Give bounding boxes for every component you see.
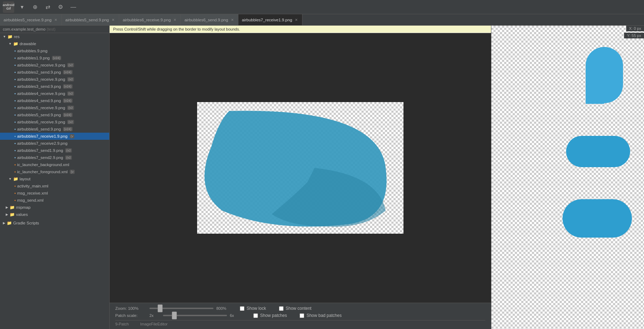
list-item[interactable]: ▪ activity_main.xml xyxy=(0,182,109,190)
tree-folder-res[interactable]: ▼ 📁 res xyxy=(0,33,109,40)
list-item[interactable]: ▪ airbubbles3_receive.9.png (v2 xyxy=(0,76,109,83)
file-icon: ▪ xyxy=(14,155,16,160)
hint-bar: Press Control/Shift while dragging on th… xyxy=(110,26,491,33)
tab-airbubbles6-receive[interactable]: airbubbles6_receive.9.png × xyxy=(119,14,181,25)
show-content-checkbox[interactable] xyxy=(279,306,284,311)
patch-scale-min-label: 2x xyxy=(149,313,160,318)
list-item[interactable]: ▪ airbubbles5_receive.9.png (v2 xyxy=(0,104,109,111)
file-label: airbubbles5_send.9.png xyxy=(17,113,61,117)
tab-close-icon[interactable]: × xyxy=(230,17,234,22)
list-item[interactable]: ▪ airbubbles7_receive2.9.png xyxy=(0,140,109,147)
dropdown-button[interactable]: ▾ xyxy=(17,2,27,12)
version-badge: (v24) xyxy=(63,84,73,89)
file-icon: ▪ xyxy=(14,148,16,153)
version-badge: (v24) xyxy=(52,56,62,60)
zoom-label: Zoom: 100% xyxy=(115,306,144,311)
patch-scale-max-label: 6x xyxy=(230,313,241,318)
version-badge: (v2 xyxy=(67,77,74,81)
folder-icon: 📁 xyxy=(7,34,12,39)
tab-label: airbubbles7_receive1.9.png xyxy=(242,18,292,22)
file-icon: ▪ xyxy=(14,98,16,103)
version-badge: (v24) xyxy=(63,70,73,74)
list-item[interactable]: ▪ airbubbles1.9.png (v24) xyxy=(0,54,109,62)
minimize-button[interactable]: — xyxy=(68,2,78,12)
tab-airbubbles6-send[interactable]: airbubbles6_send.9.png × xyxy=(181,14,238,25)
list-item[interactable]: ▪ airbubbles5_send.9.png (v24) xyxy=(0,111,109,118)
show-bad-patches-checkbox[interactable] xyxy=(300,313,304,318)
version-badge: (v2 xyxy=(65,155,72,160)
patch-scale-slider[interactable] xyxy=(163,315,227,316)
show-patches-label[interactable]: Show patches xyxy=(260,313,287,318)
list-item[interactable]: ▪ airbubbles2_send.9.png (v24) xyxy=(0,69,109,76)
expand-icon: ▶ xyxy=(6,213,8,216)
file-icon: ▪ xyxy=(14,63,16,68)
folder-icon: 📁 xyxy=(13,176,18,181)
file-label: airbubbles6_receive.9.png xyxy=(17,120,65,124)
tab-close-icon[interactable]: × xyxy=(111,17,115,22)
show-content-label[interactable]: Show content xyxy=(286,306,312,311)
file-label: activity_main.xml xyxy=(17,184,48,188)
file-icon: ▪ xyxy=(14,48,16,53)
list-item[interactable]: ▪ msg_send.xml xyxy=(0,197,109,204)
canvas-container[interactable] xyxy=(110,33,491,303)
top-bar: android Gif ▾ ⊕ ⇄ ⚙ — xyxy=(0,0,644,14)
tree-folder-mipmap[interactable]: ▶ 📁 mipmap xyxy=(0,204,109,211)
show-lock-checkbox[interactable] xyxy=(240,306,244,311)
main-area: com.example.test_demo (test) ▼ 📁 res ▼ 📁… xyxy=(0,26,644,329)
patch-scale-label: Patch scale: xyxy=(115,313,144,318)
tab-airbubbles7-receive1[interactable]: airbubbles7_receive1.9.png × xyxy=(238,14,302,25)
show-patches-checkbox[interactable] xyxy=(253,313,258,318)
list-item[interactable]: ▪ msg_receive.xml xyxy=(0,190,109,197)
show-lock-label[interactable]: Show lock xyxy=(247,306,266,311)
tab-close-icon[interactable]: × xyxy=(294,17,299,22)
tree-folder-drawable[interactable]: ▼ 📁 drawable xyxy=(0,40,109,47)
navigate-button[interactable]: ⊕ xyxy=(30,2,40,12)
list-item[interactable]: ▪ airbubbles4_send.9.png (v24) xyxy=(0,97,109,104)
file-label: airbubbles5_receive.9.png xyxy=(17,106,65,110)
file-label: ic_launcher_foreground.xml xyxy=(17,170,68,174)
svg-rect-1 xyxy=(586,79,604,104)
tab-close-icon[interactable]: × xyxy=(173,17,177,22)
settings-button[interactable]: ⚙ xyxy=(56,2,65,12)
swap-button[interactable]: ⇄ xyxy=(43,2,53,12)
file-icon: ▪ xyxy=(14,91,16,96)
package-label: com.example.test_demo (test) xyxy=(0,26,109,33)
list-item[interactable]: ▪ airbubbles7_send2.9.png (v2 xyxy=(0,154,109,161)
list-item[interactable]: ▪ airbubbles6_send.9.png (v24) xyxy=(0,126,109,133)
version-badge: (v xyxy=(70,134,75,138)
tab-airbubbles5-receive[interactable]: airbubbles5_receive.9.png × xyxy=(0,14,62,25)
tab-close-icon[interactable]: × xyxy=(54,17,58,22)
list-item[interactable]: ▪ ic_launcher_foreground.xml (v xyxy=(0,168,109,175)
tree-folder-layout[interactable]: ▼ 📁 layout xyxy=(0,175,109,182)
tree-folder-values[interactable]: ▶ 📁 values xyxy=(0,211,109,218)
folder-label: drawable xyxy=(20,42,36,46)
editor-type-label: ImageFileEditor xyxy=(140,322,168,326)
bottom-labels: 9-Patch ImageFileEditor xyxy=(115,320,485,326)
list-item[interactable]: ▪ airbubbles6_receive.9.png (v2 xyxy=(0,118,109,126)
file-label: airbubbles.9.png xyxy=(17,49,47,53)
file-label: airbubbles7_receive2.9.png xyxy=(17,141,67,145)
list-item[interactable]: ▪ airbubbles4_receive.9.png (v2 xyxy=(0,90,109,97)
zoom-slider[interactable] xyxy=(149,308,213,309)
expand-icon: ▼ xyxy=(9,42,12,46)
file-icon: ▪ xyxy=(14,141,16,146)
list-item[interactable]: ▪ airbubbles7_send1.9.png (v2 xyxy=(0,147,109,154)
list-item[interactable]: ▪ airbubbles2_receive.9.png (v2 xyxy=(0,62,109,69)
file-label: msg_receive.xml xyxy=(17,191,48,195)
file-label: msg_send.xml xyxy=(17,198,43,202)
xml-icon: ▪ xyxy=(14,191,16,196)
list-item[interactable]: ▪ airbubbles.9.png xyxy=(0,47,109,54)
tree-folder-gradle[interactable]: ▶ 📁 Gradle Scripts xyxy=(0,219,109,227)
file-label: ic_launcher_background.xml xyxy=(17,163,69,167)
list-item-active[interactable]: ▪ airbubbles7_receive1.9.png (v xyxy=(0,133,109,140)
file-icon: ▪ xyxy=(14,84,16,89)
list-item[interactable]: ▪ ic_launcher_background.xml xyxy=(0,161,109,168)
file-icon: ▪ xyxy=(14,120,16,124)
version-badge: (v2 xyxy=(67,91,74,96)
tab-airbubbles5-send[interactable]: airbubbles5_send.9.png × xyxy=(62,14,119,25)
folder-label: values xyxy=(16,212,28,217)
version-badge: (v24) xyxy=(63,127,73,131)
zoom-slider-container: 800% xyxy=(149,306,227,311)
list-item[interactable]: ▪ airbubbles3_send.9.png (v24) xyxy=(0,83,109,90)
show-bad-patches-label[interactable]: Show bad patches xyxy=(306,313,342,318)
